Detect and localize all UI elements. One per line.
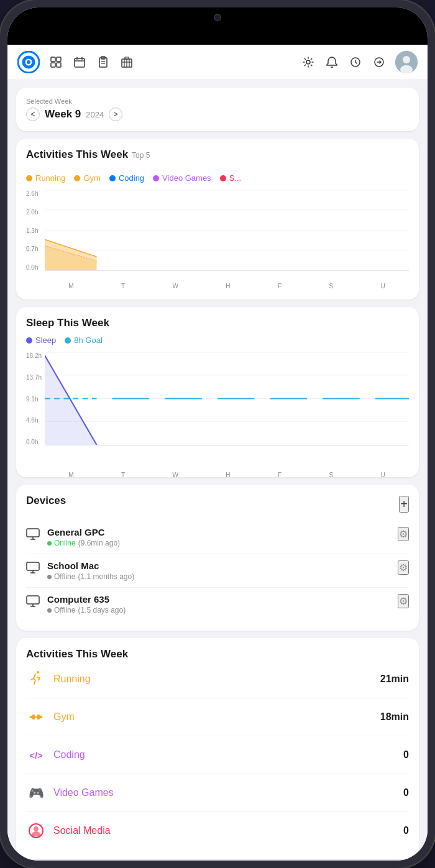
nav-right <box>301 51 418 73</box>
settings-icon[interactable] <box>301 55 316 70</box>
sy-label-3: 4.6h <box>26 417 45 424</box>
activities-chart-subtitle: Top 5 <box>132 151 150 160</box>
calendar-icon[interactable] <box>72 55 87 70</box>
activities-chart-area <box>45 190 409 271</box>
bell-icon[interactable] <box>324 55 339 70</box>
activities-y-labels: 2.6h 2.0h 1.3h 0.7h 0.0h <box>26 190 45 271</box>
logout-icon[interactable] <box>372 55 387 70</box>
week-selector-card: Selected Week < Week 9 2024 > <box>16 88 419 131</box>
phone-screen: Selected Week < Week 9 2024 > Activities… <box>7 7 428 861</box>
sleep-y-labels: 18.2h 13.7h 9.1h 4.6h 0.0h <box>26 352 45 445</box>
running-activity-name: Running <box>53 674 380 685</box>
sy-label-1: 13.7h <box>26 374 45 381</box>
device-status-detail-gpc: (9.6min ago) <box>78 539 120 547</box>
avatar[interactable] <box>395 51 418 73</box>
y-label-0: 2.6h <box>26 190 45 197</box>
device-name-635: Computer 635 <box>47 594 390 605</box>
videogames-activity-name: Video Games <box>53 787 403 798</box>
device-offline-635: Offline <box>54 606 75 614</box>
activities-chart-card: Activities This Week Top 5 Running Gym <box>16 139 419 299</box>
device-settings-gpc[interactable]: ⚙ <box>398 527 409 541</box>
device-name-mac: School Mac <box>47 560 390 571</box>
camera <box>214 14 221 21</box>
s-label: S... <box>229 173 242 183</box>
grid-icon[interactable] <box>48 55 63 70</box>
week-year: 2024 <box>86 110 104 119</box>
running-dot <box>26 175 32 181</box>
device-status-gpc: Online (9.6min ago) <box>47 539 390 547</box>
running-label: Running <box>35 173 65 183</box>
device-status-detail-mac: (1.1 months ago) <box>78 572 134 581</box>
sy-label-0: 18.2h <box>26 352 45 359</box>
y-label-2: 1.3h <box>26 227 45 234</box>
running-value: 21min <box>380 674 409 685</box>
sy-label-2: 9.1h <box>26 396 45 403</box>
sy-label-4: 0.0h <box>26 439 45 445</box>
activities-list-card: Activities This Week Running 21min <box>16 638 419 859</box>
gym-label: Gym <box>83 173 100 183</box>
legend-s: S... <box>220 173 242 183</box>
building-icon[interactable] <box>119 55 134 70</box>
coding-dot <box>109 175 116 181</box>
legend-videogames: Video Games <box>153 173 211 183</box>
activity-row-gym: Gym 18min <box>26 698 409 736</box>
y-label-3: 0.7h <box>26 245 45 252</box>
socialmedia-value: 0 <box>403 825 409 836</box>
sx-label-s: S <box>329 472 333 478</box>
nav-left <box>17 51 134 73</box>
svg-rect-6 <box>57 63 61 67</box>
devices-title: Devices <box>26 495 66 507</box>
videogames-label: Video Games <box>162 173 211 183</box>
videogames-icon: 🎮 <box>26 783 46 803</box>
device-item-635: Computer 635 Offline (1.5 days ago) ⚙ <box>26 588 409 621</box>
sleep-chart-title: Sleep This Week <box>26 317 109 329</box>
devices-card: Devices + General GPC <box>16 485 419 631</box>
activity-row-coding: </> Coding 0 <box>26 736 409 774</box>
prev-week-button[interactable]: < <box>26 107 40 121</box>
videogames-dot <box>153 175 159 181</box>
svg-point-21 <box>306 60 310 64</box>
device-settings-635[interactable]: ⚙ <box>398 594 409 608</box>
activities-list-title: Activities This Week <box>26 648 128 660</box>
sleep-legend: Sleep 8h Goal <box>26 336 409 345</box>
add-device-button[interactable]: + <box>399 496 409 513</box>
legend-running: Running <box>26 173 65 183</box>
gym-dot <box>74 175 80 181</box>
coding-icon: </> <box>26 745 46 765</box>
running-icon <box>26 669 46 689</box>
svg-rect-51 <box>27 596 39 604</box>
activities-chart: 2.6h 2.0h 1.3h 0.7h 0.0h <box>26 190 409 290</box>
x-label-s: S <box>329 283 333 290</box>
device-settings-mac[interactable]: ⚙ <box>398 560 409 575</box>
svg-rect-57 <box>37 715 40 720</box>
svg-rect-45 <box>27 529 39 537</box>
svg-point-60 <box>34 826 39 831</box>
svg-rect-48 <box>27 562 39 570</box>
sleep-x-labels: M T W H F S U <box>45 472 409 478</box>
socialmedia-activity-name: Social Media <box>53 825 403 836</box>
next-week-button[interactable]: > <box>109 107 122 121</box>
svg-rect-54 <box>30 716 32 718</box>
activity-row-socialmedia: Social Media 0 <box>26 812 409 849</box>
x-label-t: T <box>121 283 125 290</box>
week-name: Week 9 <box>45 108 81 121</box>
gym-value: 18min <box>380 711 409 723</box>
sleep-chart-card: Sleep This Week Sleep 8h Goal <box>16 307 419 477</box>
device-status-detail-635: (1.5 days ago) <box>78 606 126 614</box>
sx-label-f: F <box>278 472 282 478</box>
week-label: Selected Week <box>26 98 409 105</box>
scroll-area[interactable]: Selected Week < Week 9 2024 > Activities… <box>7 45 428 861</box>
gear-icon[interactable] <box>348 55 363 70</box>
goal-label: 8h Goal <box>74 336 103 345</box>
clipboard-icon[interactable] <box>96 55 111 70</box>
legend-coding: Coding <box>109 173 144 183</box>
x-label-f: F <box>278 283 282 290</box>
coding-label: Coding <box>119 173 144 183</box>
week-row: < Week 9 2024 > <box>26 107 409 121</box>
app-logo[interactable] <box>17 51 40 73</box>
device-info-gpc: General GPC Online (9.6min ago) <box>47 527 390 547</box>
sx-label-h: H <box>226 472 230 478</box>
device-offline-mac: Offline <box>54 572 75 581</box>
status-dot-635 <box>47 608 52 613</box>
x-label-m: M <box>68 283 73 290</box>
